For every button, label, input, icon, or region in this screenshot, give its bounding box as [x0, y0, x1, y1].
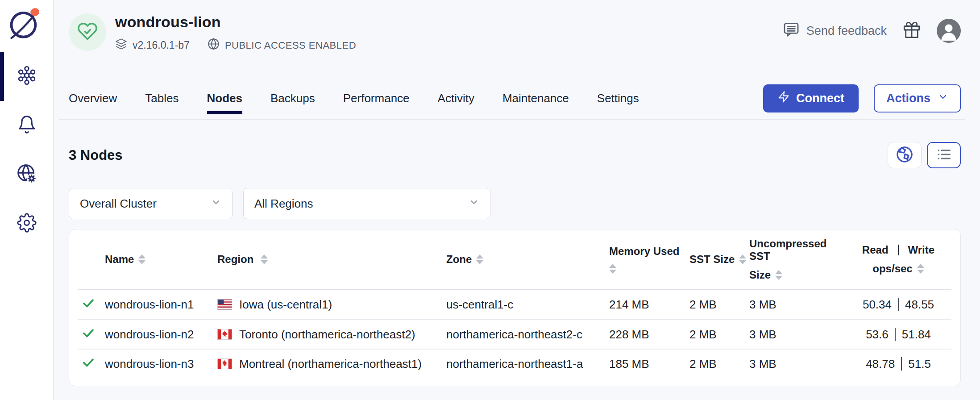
table-row: wondrous-lion-n1 Iowa (us-central1) us-c… [78, 290, 951, 319]
version-badge: v2.16.0.1-b7 [115, 38, 190, 53]
region-select[interactable]: All Regions [243, 188, 490, 219]
gift-icon [903, 21, 921, 41]
sort-icon[interactable] [138, 254, 145, 264]
connect-label: Connect [796, 92, 844, 105]
node-uncompressed: 3 MB [749, 298, 845, 312]
node-name: wondrous-lion-n1 [105, 298, 217, 312]
view-toggle [888, 142, 961, 168]
node-read-ops: 53.6 [866, 328, 889, 342]
node-memory: 228 MB [609, 328, 689, 342]
zone-column-header: Zone [446, 253, 609, 266]
healthy-check-icon [82, 326, 95, 343]
tab-maintenance[interactable]: Maintenance [502, 92, 569, 105]
actions-button[interactable]: Actions [874, 84, 961, 112]
send-feedback-label: Send feedback [806, 24, 887, 38]
node-write-ops: 48.55 [905, 298, 934, 312]
write-header-label: Write [908, 244, 935, 256]
feedback-bubble-icon [782, 21, 800, 42]
node-write-ops: 51.84 [902, 328, 931, 342]
list-icon [935, 146, 953, 165]
tab-settings[interactable]: Settings [597, 92, 639, 105]
sort-icon[interactable] [917, 264, 924, 274]
tab-tables[interactable]: Tables [145, 92, 179, 105]
sort-icon[interactable] [261, 254, 268, 264]
sidebar-nav [0, 52, 53, 248]
send-feedback-button[interactable]: Send feedback [782, 21, 887, 42]
node-region: Montreal (northamerica-northeast1) [239, 357, 422, 371]
main-content: wondrous-lion v2.16.0.1-b7 [54, 0, 980, 400]
node-read-ops: 50.34 [863, 298, 892, 312]
zone-header-label: Zone [446, 253, 472, 266]
node-region: Iowa (us-central1) [239, 298, 332, 312]
gear-icon [17, 213, 37, 234]
table-row: wondrous-lion-n2 Toronto (northamerica-n… [78, 319, 951, 349]
cluster-name: wondrous-lion [115, 13, 356, 31]
node-memory: 214 MB [609, 298, 689, 312]
node-read-ops: 48.78 [866, 357, 895, 371]
cluster-scope-value: Overall Cluster [80, 197, 157, 211]
read-header-label: Read [862, 244, 889, 256]
node-name: wondrous-lion-n3 [105, 357, 217, 371]
app-root: wondrous-lion v2.16.0.1-b7 [0, 0, 980, 400]
layers-icon [115, 38, 127, 53]
node-region: Toronto (northamerica-northeast2) [239, 328, 415, 342]
node-zone: us-central1-c [446, 298, 609, 312]
heart-check-icon [77, 21, 98, 43]
pipe-divider [895, 328, 896, 341]
tab-activity[interactable]: Activity [438, 92, 474, 105]
cluster-network-icon [17, 65, 37, 88]
chevron-down-icon [211, 197, 221, 211]
cluster-header: wondrous-lion v2.16.0.1-b7 [69, 0, 961, 60]
globe-icon [208, 38, 220, 53]
sst-column-header: SST Size [689, 253, 749, 266]
tab-backups[interactable]: Backups [270, 92, 315, 105]
node-uncompressed: 3 MB [749, 328, 845, 342]
nodes-table: Name Region Zone Memory Used SST Size [69, 229, 961, 386]
user-menu-avatar[interactable] [937, 19, 961, 43]
sort-icon[interactable] [609, 264, 616, 274]
canada-flag-icon [217, 329, 232, 340]
name-header-label: Name [105, 253, 134, 266]
node-zone: northamerica-northeast1-a [446, 357, 609, 371]
active-indicator [0, 52, 4, 101]
region-column-header: Region [217, 253, 446, 266]
sort-icon[interactable] [476, 254, 483, 264]
cluster-scope-select[interactable]: Overall Cluster [69, 188, 233, 219]
chevron-down-icon [938, 92, 948, 105]
table-header-row: Name Region Zone Memory Used SST Size [78, 229, 951, 290]
tab-overview[interactable]: Overview [69, 92, 117, 105]
sidebar-item-settings[interactable] [0, 199, 53, 248]
tab-performance[interactable]: Performance [343, 92, 410, 105]
brand-logo-icon[interactable] [6, 4, 43, 42]
sidebar-item-alerts[interactable] [0, 101, 53, 150]
bell-icon [17, 115, 37, 136]
us-flag-icon [217, 299, 232, 310]
map-view-button[interactable] [888, 142, 922, 168]
tab-nodes[interactable]: Nodes [207, 92, 242, 105]
sidebar-item-clusters[interactable] [0, 52, 53, 101]
sort-icon[interactable] [739, 254, 746, 264]
uncompressed-header-label: Uncompressed SST [749, 238, 845, 262]
map-globe-icon [895, 145, 914, 165]
healthy-check-icon [82, 356, 95, 372]
node-write-ops: 51.5 [908, 357, 931, 371]
table-row: wondrous-lion-n3 Montreal (northamerica-… [78, 349, 951, 378]
canada-flag-icon [217, 358, 232, 369]
tab-bar: Overview Tables Nodes Backups Performanc… [69, 84, 961, 112]
list-view-button[interactable] [927, 142, 961, 168]
promotions-button[interactable] [903, 21, 921, 41]
connect-button[interactable]: Connect [763, 84, 859, 112]
actions-label: Actions [886, 92, 930, 105]
pipe-divider [898, 298, 899, 311]
nodes-count-title: 3 Nodes [69, 147, 123, 163]
sort-icon[interactable] [775, 270, 782, 280]
ops-header-label: ops/sec [872, 262, 912, 275]
pipe-divider [901, 357, 902, 371]
lightning-icon [777, 91, 790, 106]
sidebar-item-network[interactable] [0, 150, 53, 199]
node-sst: 2 MB [689, 298, 749, 312]
public-access-badge: PUBLIC ACCESS ENABLED [208, 38, 356, 53]
readwrite-column-header: Read Write ops/sec [845, 244, 951, 275]
filters-row: Overall Cluster All Regions [69, 188, 961, 219]
globe-gear-icon [17, 163, 37, 186]
